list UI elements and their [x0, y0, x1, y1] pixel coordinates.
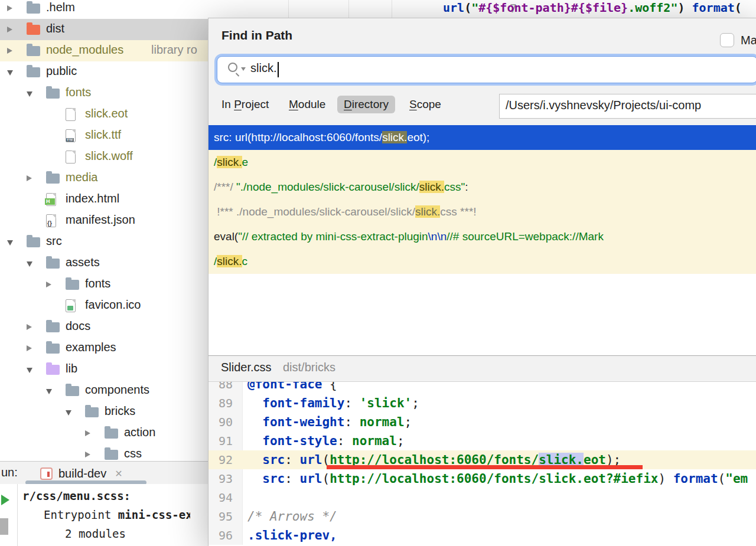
search-result-row[interactable]: /slick.e [208, 150, 756, 175]
tree-item-media[interactable]: media [0, 168, 208, 189]
file-icon [66, 108, 76, 121]
code-token: ; [412, 396, 419, 410]
search-icon[interactable] [228, 63, 237, 72]
code-token: c [242, 255, 248, 267]
tree-item-examples[interactable]: examples [0, 338, 208, 359]
scope-selector-row: /Users/i.vyshnevsky/Projects/ui-comp In … [208, 94, 756, 120]
tree-item-css[interactable]: css [0, 444, 208, 461]
search-result-row[interactable]: /slick.c [208, 249, 756, 274]
search-input[interactable]: slick. [217, 56, 756, 83]
code-token: font-family [262, 396, 344, 410]
tree-item-manifest-json[interactable]: manifest.json [0, 210, 208, 231]
code-token: "./node_modules/slick-carousel/slick/ [236, 181, 419, 193]
code-token: ( [322, 472, 330, 486]
chevron-right-icon[interactable] [27, 175, 32, 181]
tree-item-slick-eot[interactable]: slick.eot [0, 104, 208, 125]
scope-option-directory[interactable]: Directory [337, 96, 395, 113]
chevron-down-icon[interactable] [7, 70, 13, 76]
close-icon[interactable]: ✕ [115, 468, 122, 479]
chevron-down-icon[interactable] [27, 261, 32, 267]
tree-item-fonts[interactable]: fonts [0, 83, 208, 104]
chevron-right-icon[interactable] [7, 27, 12, 32]
tree-item-node-modules[interactable]: node_moduleslibrary ro [0, 40, 208, 61]
tree-item--helm[interactable]: .helm [0, 0, 208, 19]
run-console: r/css/menu.scss:Entrypoint mini-css-ex2 … [0, 484, 208, 546]
code-token: eval( [214, 230, 238, 243]
code-token: ) [677, 1, 685, 15]
directory-path-value: /Users/i.vyshnevsky/Projects/ui-comp [506, 99, 701, 112]
chevron-right-icon[interactable] [7, 48, 12, 54]
chevron-right-icon[interactable] [46, 282, 51, 287]
tree-item-fonts[interactable]: fonts [0, 274, 208, 295]
tree-item-assets[interactable]: assets [0, 253, 208, 274]
scope-option-module[interactable]: Module [289, 98, 325, 111]
tree-item-lib[interactable]: lib [0, 359, 208, 380]
folder-icon [46, 322, 60, 332]
tree-item-label: bricks [105, 404, 135, 418]
background-editor-strip: 7 url("#{$font-path}#{$file}.woff2") for… [208, 0, 756, 18]
search-history-chevron-icon[interactable] [241, 67, 246, 71]
tree-item-dist[interactable]: dist [0, 19, 208, 40]
tree-item-docs[interactable]: docs [0, 316, 208, 338]
line-number: 95 [208, 507, 243, 526]
dialog-title: Find in Path [221, 28, 292, 42]
preview-header: Slider.css dist/bricks [208, 356, 756, 382]
code-token: //# sourceURL=webpack://Mark [447, 230, 604, 243]
tree-item-src[interactable]: src [0, 231, 208, 253]
folder-icon [66, 280, 79, 290]
code-text [243, 488, 756, 507]
code-token: src [262, 453, 285, 467]
code-token: $font-path [493, 1, 563, 15]
code-token: /* Arrows */ [247, 509, 337, 524]
chevron-down-icon[interactable] [27, 91, 32, 97]
preview-editor[interactable]: 88@font-face {89 font-family: 'slick';90… [208, 382, 756, 546]
code-token: ) [658, 472, 673, 486]
tree-item-label: fonts [85, 277, 110, 290]
tree-item-favicon-ico[interactable]: favicon.ico [0, 295, 208, 316]
chevron-right-icon[interactable] [85, 452, 90, 457]
directory-path-field[interactable]: /Users/i.vyshnevsky/Projects/ui-comp [499, 94, 756, 119]
tree-item-label: lib [66, 362, 77, 375]
tree-item-components[interactable]: components [0, 380, 208, 401]
code-token: ( [464, 1, 471, 15]
line-number: 89 [208, 394, 243, 413]
console-text: mini-css-ex [118, 508, 190, 521]
search-result-row[interactable]: src: url(http://localhost:6060/fonts/sli… [208, 125, 756, 150]
chevron-down-icon[interactable] [66, 410, 71, 416]
tree-item-label: fonts [66, 86, 91, 99]
folder-icon [85, 407, 99, 417]
preview-code-line: 88@font-face { [208, 382, 756, 394]
chevron-down-icon[interactable] [27, 368, 32, 373]
code-token: normal [352, 434, 397, 448]
code-token: slick. [217, 156, 242, 168]
search-result-row[interactable]: eval("// extracted by mini-css-extract-p… [208, 224, 756, 249]
chevron-right-icon[interactable] [27, 324, 32, 330]
tree-item-action[interactable]: action [0, 423, 208, 444]
chevron-right-icon[interactable] [7, 5, 12, 11]
match-case-checkbox[interactable] [720, 33, 734, 47]
chevron-down-icon[interactable] [46, 389, 52, 394]
folder-icon [27, 237, 40, 247]
tree-item-bricks[interactable]: bricks [0, 401, 208, 423]
search-result-row[interactable]: /***/ "./node_modules/slick-carousel/sli… [208, 175, 756, 200]
code-text: @font-face { [243, 382, 756, 394]
chevron-right-icon[interactable] [27, 345, 32, 351]
chevron-right-icon[interactable] [85, 430, 90, 436]
file-icon [46, 214, 56, 227]
chevron-down-icon[interactable] [7, 240, 13, 246]
tree-item-label: node_modules [46, 43, 123, 57]
console-text: r/css/menu.scss: [22, 489, 131, 502]
tree-item-index-html[interactable]: index.html [0, 189, 208, 210]
tree-item-slick-ttf[interactable]: slick.ttf [0, 125, 208, 146]
search-result-row[interactable]: !*** ./node_modules/slick-carousel/slick… [208, 200, 756, 224]
file-icon [46, 193, 56, 206]
tree-item-label: favicon.ico [85, 298, 141, 312]
scope-option-scope[interactable]: Scope [409, 98, 441, 111]
tree-item-slick-woff[interactable]: slick.woff [0, 146, 208, 168]
scope-option-in-project[interactable]: In Project [221, 98, 269, 111]
code-token [247, 453, 262, 467]
tree-item-public[interactable]: public [0, 61, 208, 83]
gutter-separator [288, 0, 289, 18]
code-token: 'slick' [360, 396, 412, 410]
code-token: font-weight [262, 415, 344, 429]
